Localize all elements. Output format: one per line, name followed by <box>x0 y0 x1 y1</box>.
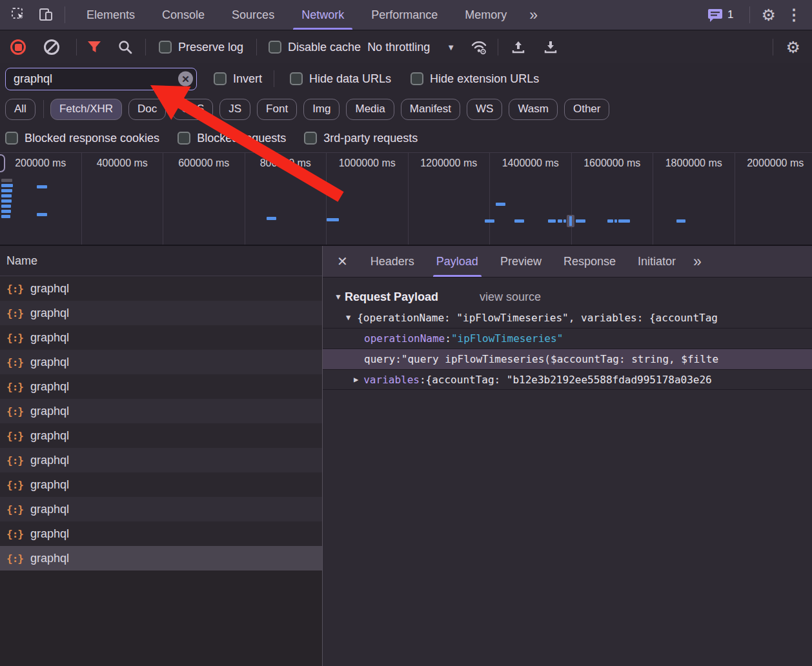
tab-sources[interactable]: Sources <box>218 0 288 30</box>
timeline-tick: 1800000 ms <box>653 153 735 245</box>
waterfall-bar <box>676 219 685 223</box>
more-detail-tabs-chevron-icon[interactable]: » <box>687 253 707 270</box>
advanced-filter-row: Blocked response cookies Blocked request… <box>0 124 812 152</box>
settings-gear-icon[interactable]: ⚙ <box>756 7 781 23</box>
request-row-selected[interactable]: {:}graphql <box>0 546 322 570</box>
timeline-tick: 1200000 ms <box>409 153 491 245</box>
detail-tab-preview[interactable]: Preview <box>489 246 553 277</box>
request-row[interactable]: {:}graphql <box>0 374 322 399</box>
collapsed-triangle-icon[interactable]: ▶ <box>354 375 358 384</box>
type-filter-wasm[interactable]: Wasm <box>509 99 558 120</box>
filter-input[interactable] <box>6 72 196 86</box>
type-filter-manifest[interactable]: Manifest <box>401 99 460 120</box>
detail-tab-payload[interactable]: Payload <box>425 246 489 277</box>
type-filter-all[interactable]: All <box>5 99 36 120</box>
detail-tab-initiator[interactable]: Initiator <box>627 246 687 277</box>
issues-counter[interactable]: 1 <box>707 8 733 22</box>
payload-string-value: "ipFlowTimeseries" <box>451 332 563 345</box>
request-row[interactable]: {:}graphql <box>0 497 322 521</box>
blocked-response-cookies-checkbox[interactable]: Blocked response cookies <box>5 132 159 145</box>
blocked-requests-checkbox[interactable]: Blocked requests <box>178 132 286 145</box>
detail-tab-headers[interactable]: Headers <box>360 246 425 277</box>
throttling-dropdown[interactable]: No throttling ▼ <box>367 41 455 54</box>
network-conditions-icon[interactable] <box>469 39 489 55</box>
type-filter-fetch-xhr[interactable]: Fetch/XHR <box>50 99 122 120</box>
checkbox-box[interactable] <box>5 132 18 145</box>
search-icon[interactable] <box>116 39 135 55</box>
request-row[interactable]: {:}graphql <box>0 423 322 448</box>
preserve-log-checkbox[interactable]: Preserve log <box>159 41 243 54</box>
waterfall-bar <box>1 205 11 208</box>
expand-triangle-icon[interactable]: ▼ <box>346 313 350 322</box>
tabbar-divider <box>65 6 65 23</box>
detail-tab-response[interactable]: Response <box>553 246 627 277</box>
waterfall-bar <box>614 219 617 223</box>
type-filter-doc[interactable]: Doc <box>128 99 166 120</box>
type-filter-ws[interactable]: WS <box>467 99 502 120</box>
request-payload-section[interactable]: ▼ Request Payload view source <box>323 287 812 307</box>
type-filter-css[interactable]: CSS <box>172 99 213 120</box>
kebab-menu-icon[interactable]: ⋮ <box>781 6 812 24</box>
inspect-element-icon[interactable] <box>10 6 27 23</box>
type-filter-img[interactable]: Img <box>303 99 340 120</box>
request-name: graphql <box>30 282 69 296</box>
dropdown-caret-icon: ▼ <box>447 43 455 52</box>
network-settings-gear-icon[interactable]: ⚙ <box>781 39 806 56</box>
type-filter-font[interactable]: Font <box>257 99 297 120</box>
type-filter-media[interactable]: Media <box>346 99 394 120</box>
request-row[interactable]: {:}graphql <box>0 399 322 423</box>
checkbox-box[interactable] <box>290 72 303 85</box>
blocked-response-cookies-label: Blocked response cookies <box>25 132 159 145</box>
third-party-requests-checkbox[interactable]: 3rd-party requests <box>304 132 418 145</box>
view-source-link[interactable]: view source <box>480 290 541 304</box>
section-expand-triangle-icon[interactable]: ▼ <box>334 292 342 301</box>
clear-network-log-button[interactable] <box>44 39 59 55</box>
request-name: graphql <box>30 429 69 443</box>
hide-extension-urls-checkbox[interactable]: Hide extension URLs <box>411 72 539 86</box>
payload-key: query <box>364 353 395 365</box>
checkbox-box[interactable] <box>214 72 227 85</box>
tab-network[interactable]: Network <box>288 0 358 30</box>
more-tabs-chevron-icon[interactable]: » <box>520 6 545 24</box>
payload-row-query-selected[interactable]: query: "query ipFlowTimeseries($accountT… <box>323 348 812 369</box>
checkbox-box[interactable] <box>159 41 172 54</box>
request-row[interactable]: {:}graphql <box>0 472 322 497</box>
type-filter-js[interactable]: JS <box>219 99 250 120</box>
payload-row-variables[interactable]: ▶ variables: {accountTag: "b12e3b2192ee5… <box>323 369 812 390</box>
checkbox-box[interactable] <box>178 132 190 145</box>
tab-memory[interactable]: Memory <box>451 0 520 30</box>
request-row[interactable]: {:}graphql <box>0 325 322 350</box>
request-row[interactable]: {:}graphql <box>0 301 322 325</box>
request-row[interactable]: {:}graphql <box>0 521 322 546</box>
clear-filter-icon[interactable]: ✕ <box>178 72 193 86</box>
tab-performance[interactable]: Performance <box>358 0 451 30</box>
checkbox-box[interactable] <box>304 132 317 145</box>
type-filter-other[interactable]: Other <box>564 99 610 120</box>
request-list-header[interactable]: Name <box>0 246 322 276</box>
invert-checkbox[interactable]: Invert <box>214 72 262 86</box>
close-details-icon[interactable]: ✕ <box>323 254 360 269</box>
payload-summary-row[interactable]: ▼ {operationName: "ipFlowTimeseries", va… <box>323 307 812 328</box>
device-toolbar-icon[interactable] <box>37 6 54 23</box>
record-network-log-button[interactable] <box>10 39 26 55</box>
timeline-left-handle[interactable] <box>0 154 5 172</box>
checkbox-box[interactable] <box>411 72 423 85</box>
import-har-icon[interactable] <box>509 39 528 55</box>
disable-cache-checkbox[interactable]: Disable cache <box>269 41 361 54</box>
hide-data-urls-checkbox[interactable]: Hide data URLs <box>290 72 391 86</box>
request-row[interactable]: {:}graphql <box>0 350 322 374</box>
message-bubble-icon <box>707 8 723 22</box>
request-row[interactable]: {:}graphql <box>0 448 322 472</box>
network-overview-timeline[interactable]: 200000 ms 400000 ms 600000 ms 800000 ms … <box>0 152 812 246</box>
toolbar-divider <box>498 39 498 56</box>
devtools-tabbar: Elements Console Sources Network Perform… <box>0 0 812 30</box>
export-har-icon[interactable] <box>541 39 560 55</box>
request-row[interactable]: {:}graphql <box>0 276 322 301</box>
payload-row-operation-name[interactable]: operationName: "ipFlowTimeseries" <box>323 328 812 348</box>
checkbox-box[interactable] <box>269 41 281 54</box>
pills-divider <box>43 100 44 118</box>
filter-icon[interactable] <box>85 41 104 54</box>
tab-elements[interactable]: Elements <box>73 0 148 30</box>
request-name: graphql <box>30 405 69 418</box>
tab-console[interactable]: Console <box>148 0 218 30</box>
